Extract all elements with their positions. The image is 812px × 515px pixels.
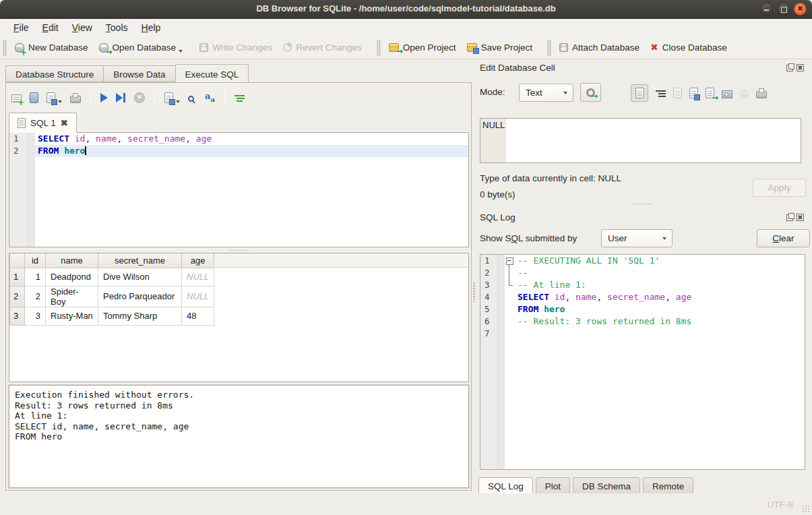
- dock-splitter[interactable]: [476, 203, 807, 207]
- sql-document-tabs: SQL 1 ✖: [9, 113, 77, 133]
- cell-id[interactable]: 3: [25, 307, 46, 325]
- editor-line[interactable]: SELECT id, name, secret_name, age: [35, 133, 468, 145]
- menu-edit[interactable]: Edit: [36, 20, 65, 35]
- cell-name[interactable]: Rusty-Man: [46, 307, 98, 325]
- save-project-button[interactable]: Save Project: [462, 39, 538, 56]
- sql-log-box[interactable]: 1 2 3 4 5 6 7 -- EXECUTING ALL IN 'SQL 1…: [480, 254, 805, 470]
- column-header-secret-name[interactable]: secret_name: [98, 253, 182, 268]
- tab-remote[interactable]: Remote: [643, 477, 693, 495]
- execute-line-icon[interactable]: [116, 93, 126, 102]
- execute-all-icon[interactable]: [100, 93, 108, 102]
- fold-collapse-icon[interactable]: [505, 255, 515, 267]
- menu-tools[interactable]: Tools: [99, 20, 135, 35]
- tab-sql-log[interactable]: SQL Log: [478, 477, 533, 495]
- open-database-dropdown-icon[interactable]: [179, 50, 183, 53]
- sql-log-title: SQL Log: [480, 212, 516, 222]
- tab-close-icon[interactable]: ✖: [61, 118, 68, 128]
- sql-editor[interactable]: 1 2 SELECT id, name, secret_name, age FR…: [9, 132, 469, 247]
- cell-id[interactable]: 2: [25, 286, 46, 307]
- format-sql-icon[interactable]: [235, 95, 245, 102]
- export-results-icon[interactable]: [164, 92, 173, 103]
- cell-value-editor[interactable]: NULL: [480, 118, 801, 163]
- cell-id[interactable]: 1: [25, 268, 46, 286]
- export-dropdown-icon[interactable]: [176, 100, 180, 103]
- tab-db-schema[interactable]: DB Schema: [573, 477, 640, 495]
- cell-age[interactable]: NULL: [182, 286, 214, 307]
- cell-name[interactable]: Spider-Boy: [46, 286, 98, 307]
- row-header[interactable]: 1: [10, 268, 25, 286]
- export-data-icon[interactable]: [706, 88, 714, 98]
- save-sql-file-icon[interactable]: [46, 92, 55, 103]
- find-icon[interactable]: [188, 96, 194, 102]
- column-header-name[interactable]: name: [46, 253, 98, 268]
- tab-plot[interactable]: Plot: [536, 477, 570, 495]
- save-as-icon[interactable]: [689, 88, 698, 98]
- table-row: 1 1 Deadpond Dive Wilson NULL: [10, 268, 214, 286]
- mode-select[interactable]: Text: [519, 84, 573, 102]
- image-icon[interactable]: [722, 90, 732, 98]
- editor-results-splitter[interactable]: [6, 248, 471, 252]
- clear-button[interactable]: Clear: [757, 229, 810, 247]
- cell-secret-name[interactable]: Tommy Sharp: [98, 307, 182, 325]
- dock-float-icon[interactable]: [786, 65, 793, 71]
- new-tab-icon[interactable]: [11, 94, 22, 102]
- main-tab-bar: Database Structure Browse Data Execute S…: [5, 64, 249, 82]
- minimize-icon[interactable]: [760, 3, 773, 16]
- open-database-button[interactable]: Open Database: [94, 39, 182, 56]
- table-row: 2 2 Spider-Boy Pedro Parqueador NULL: [10, 286, 214, 307]
- resize-grip[interactable]: [802, 505, 810, 513]
- cell-age[interactable]: NULL: [182, 268, 214, 286]
- menu-view[interactable]: View: [65, 20, 99, 35]
- dock-close-icon[interactable]: ✖: [797, 64, 804, 71]
- row-header[interactable]: 3: [10, 307, 25, 325]
- revert-changes-button: Revert Changes: [278, 39, 367, 56]
- submitted-by-select[interactable]: User: [601, 229, 673, 247]
- menu-file[interactable]: File: [7, 20, 36, 35]
- print-icon[interactable]: [756, 91, 767, 98]
- toolbar-separator: [224, 90, 225, 106]
- open-sql-file-icon[interactable]: [30, 92, 38, 103]
- sql-1-tab[interactable]: SQL 1 ✖: [9, 113, 77, 133]
- tab-database-structure[interactable]: Database Structure: [5, 65, 103, 82]
- close-icon[interactable]: [794, 3, 807, 16]
- column-header-id[interactable]: id: [25, 253, 46, 268]
- attach-database-button[interactable]: Attach Database: [554, 39, 645, 56]
- row-header[interactable]: 2: [10, 286, 25, 307]
- column-header-age[interactable]: age: [182, 253, 214, 268]
- encoding-indicator[interactable]: UTF-8: [768, 499, 793, 510]
- text-mode-button[interactable]: [631, 84, 648, 102]
- toolbar-handle[interactable]: [547, 40, 551, 56]
- open-project-button[interactable]: Open Project: [383, 39, 462, 56]
- log-fold-margin: [498, 255, 505, 469]
- editor-code-area[interactable]: SELECT id, name, secret_name, age FROM h…: [35, 133, 468, 247]
- menu-help[interactable]: Help: [135, 20, 168, 35]
- autocomplete-icon[interactable]: a: [205, 91, 215, 104]
- sql-log-filter-row: Show SQL submitted by User Clear: [480, 229, 803, 249]
- toolbar-handle[interactable]: [3, 40, 7, 56]
- import-settings-button[interactable]: [580, 83, 601, 102]
- editor-line-numbers: 1 2: [9, 133, 28, 247]
- corner-header-cell[interactable]: [10, 253, 25, 268]
- dock-close-icon[interactable]: ✖: [797, 214, 804, 221]
- log-code-area[interactable]: -- EXECUTING ALL IN 'SQL 1' -- -- At lin…: [515, 255, 805, 469]
- toolbar-handle[interactable]: [377, 40, 381, 56]
- cell-name[interactable]: Deadpond: [46, 268, 98, 286]
- print-icon[interactable]: [70, 96, 81, 103]
- cell-secret-name[interactable]: Dive Wilson: [98, 268, 182, 286]
- cell-age[interactable]: 48: [182, 307, 214, 325]
- tab-execute-sql[interactable]: Execute SQL: [175, 64, 249, 82]
- save-sql-dropdown-icon[interactable]: [58, 100, 62, 103]
- word-wrap-icon[interactable]: [656, 90, 666, 98]
- tab-browse-data[interactable]: Browse Data: [103, 65, 175, 82]
- dock-float-icon[interactable]: [786, 214, 793, 221]
- titlebar[interactable]: DB Browser for SQLite - /home/user/code/…: [0, 0, 812, 19]
- execution-status-box[interactable]: Execution finished without errors. Resul…: [9, 385, 469, 488]
- maximize-icon[interactable]: [777, 3, 790, 16]
- open-database-icon: [99, 43, 108, 53]
- cell-secret-name[interactable]: Pedro Parqueador: [98, 286, 182, 307]
- cell-size-info: 0 byte(s): [480, 189, 516, 200]
- close-database-button[interactable]: ✖ Close Database: [645, 39, 732, 56]
- new-database-button[interactable]: New Database: [9, 39, 94, 56]
- editor-line-current[interactable]: FROM hero: [35, 145, 468, 157]
- cell-text-area[interactable]: [506, 119, 801, 162]
